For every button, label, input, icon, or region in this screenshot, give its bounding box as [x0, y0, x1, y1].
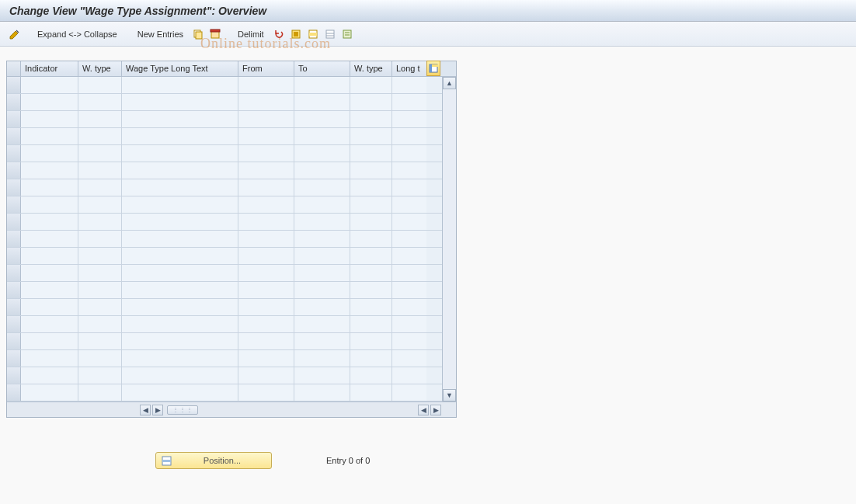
scroll-track[interactable]	[443, 89, 456, 389]
cell-long-text-2[interactable]	[392, 231, 426, 247]
cell-wtype-1[interactable]	[78, 162, 122, 179]
cell-indicator[interactable]	[21, 111, 78, 127]
cell-wage-type-long-text[interactable]	[122, 77, 238, 93]
table-row[interactable]	[7, 367, 442, 384]
undo-change-icon[interactable]	[272, 27, 286, 41]
cell-wtype-2[interactable]	[350, 145, 392, 162]
cell-wtype-1[interactable]	[78, 145, 122, 162]
cell-indicator[interactable]	[21, 299, 78, 315]
cell-wtype-2[interactable]	[350, 384, 392, 401]
cell-indicator[interactable]	[21, 214, 78, 230]
cell-wtype-2[interactable]	[350, 94, 392, 110]
cell-to[interactable]	[294, 179, 350, 196]
settings-icon[interactable]	[340, 27, 354, 41]
table-row[interactable]	[7, 196, 442, 214]
cell-wtype-1[interactable]	[78, 384, 122, 401]
row-selector[interactable]	[7, 179, 21, 196]
cell-wtype-1[interactable]	[78, 214, 122, 230]
cell-long-text-2[interactable]	[392, 265, 426, 281]
cell-wtype-1[interactable]	[78, 94, 122, 110]
cell-from[interactable]	[238, 111, 294, 127]
cell-to[interactable]	[294, 145, 350, 162]
table-config-button[interactable]	[426, 61, 440, 76]
cell-from[interactable]	[238, 350, 294, 367]
cell-to[interactable]	[294, 128, 350, 144]
table-row[interactable]	[7, 248, 442, 265]
cell-indicator[interactable]	[21, 333, 78, 349]
cell-from[interactable]	[238, 231, 294, 247]
select-block-icon[interactable]	[306, 27, 320, 41]
cell-to[interactable]	[294, 231, 350, 247]
position-button[interactable]: Position...	[155, 452, 272, 469]
cell-to[interactable]	[294, 282, 350, 298]
row-selector[interactable]	[7, 316, 21, 332]
new-entries-button[interactable]: New Entries	[133, 26, 188, 43]
table-row[interactable]	[7, 316, 442, 333]
cell-indicator[interactable]	[21, 350, 78, 367]
table-row[interactable]	[7, 299, 442, 316]
cell-wtype-1[interactable]	[78, 265, 122, 281]
cell-to[interactable]	[294, 77, 350, 93]
cell-from[interactable]	[238, 162, 294, 179]
cell-to[interactable]	[294, 316, 350, 332]
col-long-text-2[interactable]: Long t	[392, 61, 426, 76]
cell-long-text-2[interactable]	[392, 77, 426, 93]
cell-wtype-1[interactable]	[78, 333, 122, 349]
cell-to[interactable]	[294, 111, 350, 127]
cell-wage-type-long-text[interactable]	[122, 367, 238, 384]
row-selector[interactable]	[7, 333, 21, 349]
cell-long-text-2[interactable]	[392, 94, 426, 110]
table-row[interactable]	[7, 333, 442, 350]
cell-indicator[interactable]	[21, 179, 78, 196]
scroll-down-icon[interactable]: ▼	[443, 389, 456, 401]
cell-wage-type-long-text[interactable]	[122, 94, 238, 110]
cell-wtype-2[interactable]	[350, 367, 392, 384]
row-selector[interactable]	[7, 231, 21, 247]
table-row[interactable]	[7, 145, 442, 162]
cell-wtype-1[interactable]	[78, 77, 122, 93]
cell-wage-type-long-text[interactable]	[122, 333, 238, 349]
cell-indicator[interactable]	[21, 316, 78, 332]
table-row[interactable]	[7, 214, 442, 231]
cell-long-text-2[interactable]	[392, 145, 426, 162]
cell-wtype-2[interactable]	[350, 231, 392, 247]
col-to[interactable]: To	[294, 61, 350, 76]
cell-indicator[interactable]	[21, 162, 78, 179]
row-selector[interactable]	[7, 128, 21, 144]
cell-wtype-1[interactable]	[78, 179, 122, 196]
scroll-right-icon[interactable]: ▶	[430, 405, 441, 415]
cell-wtype-1[interactable]	[78, 282, 122, 298]
cell-indicator[interactable]	[21, 196, 78, 213]
cell-wage-type-long-text[interactable]	[122, 316, 238, 332]
cell-from[interactable]	[238, 265, 294, 281]
cell-wage-type-long-text[interactable]	[122, 196, 238, 213]
cell-from[interactable]	[238, 316, 294, 332]
scroll-right-step-icon[interactable]: ▶	[152, 405, 163, 415]
cell-from[interactable]	[238, 196, 294, 213]
row-selector[interactable]	[7, 384, 21, 401]
scroll-up-icon[interactable]: ▲	[443, 77, 456, 89]
cell-wtype-1[interactable]	[78, 231, 122, 247]
cell-wage-type-long-text[interactable]	[122, 248, 238, 264]
row-selector[interactable]	[7, 94, 21, 110]
cell-from[interactable]	[238, 333, 294, 349]
copy-as-icon[interactable]	[191, 27, 205, 41]
cell-long-text-2[interactable]	[392, 179, 426, 196]
table-row[interactable]	[7, 111, 442, 128]
cell-long-text-2[interactable]	[392, 367, 426, 384]
cell-wage-type-long-text[interactable]	[122, 128, 238, 144]
cell-wtype-1[interactable]	[78, 248, 122, 264]
cell-long-text-2[interactable]	[392, 282, 426, 298]
col-from[interactable]: From	[238, 61, 294, 76]
cell-long-text-2[interactable]	[392, 214, 426, 230]
deselect-all-icon[interactable]	[323, 27, 337, 41]
table-row[interactable]	[7, 350, 442, 367]
table-row[interactable]	[7, 94, 442, 111]
cell-wtype-1[interactable]	[78, 367, 122, 384]
cell-long-text-2[interactable]	[392, 299, 426, 315]
cell-from[interactable]	[238, 94, 294, 110]
table-row[interactable]	[7, 128, 442, 145]
cell-from[interactable]	[238, 179, 294, 196]
cell-wage-type-long-text[interactable]	[122, 179, 238, 196]
cell-wtype-1[interactable]	[78, 128, 122, 144]
